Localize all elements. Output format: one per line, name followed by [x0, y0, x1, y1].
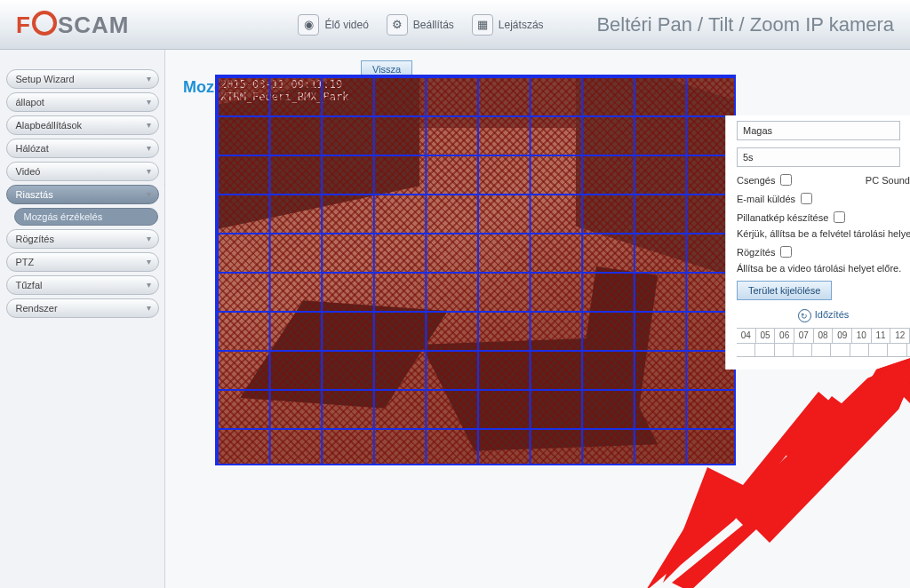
- tab-playback-label: Lejátszás: [499, 19, 544, 31]
- schedule-heading: ↻ Időzítés: [737, 309, 910, 322]
- sidebar-item-status[interactable]: állapot: [6, 92, 159, 112]
- hour-10[interactable]: 10: [852, 329, 872, 344]
- calendar-icon: ▦: [472, 14, 493, 36]
- schedule-label: Időzítés: [815, 309, 850, 322]
- sidebar-item-alarm[interactable]: Riasztás: [6, 185, 159, 204]
- tab-playback[interactable]: ▦ Lejátszás: [472, 14, 544, 36]
- hour-09[interactable]: 09: [833, 329, 852, 344]
- sidebar-item-video[interactable]: Videó: [6, 162, 159, 181]
- gear-icon: ⚙: [387, 14, 408, 36]
- hour-12[interactable]: 12: [890, 329, 910, 344]
- content-area: Mozg Vissza 2015-03-11 09:11:19 XTRM_Fed…: [165, 50, 910, 588]
- main-tabs: ◉ Élő videó ⚙ Beállítás ▦ Lejátszás: [298, 14, 543, 36]
- hour-08[interactable]: 08: [814, 329, 834, 344]
- ring-checkbox[interactable]: [780, 174, 792, 186]
- snapshot-checkbox[interactable]: [834, 211, 845, 223]
- hour-07[interactable]: 07: [794, 329, 814, 344]
- camera-icon: ◉: [298, 14, 319, 36]
- sidebar-item-setup-wizard[interactable]: Setup Wizard: [6, 69, 159, 89]
- sensitivity-select[interactable]: Magas: [737, 121, 900, 140]
- sidebar-item-ptz[interactable]: PTZ: [6, 252, 159, 272]
- email-label: E-mail küldés: [737, 194, 795, 204]
- sidebar-item-record[interactable]: Rögzítés: [6, 229, 159, 249]
- logo: FSCAM: [16, 11, 129, 39]
- sidebar-item-system[interactable]: Rendszer: [6, 298, 159, 318]
- hour-06[interactable]: 06: [775, 329, 794, 344]
- sidebar-item-basic[interactable]: Alapbeállítások: [6, 115, 159, 135]
- camera-title: Beltéri Pan / Tilt / Zoom IP kamera: [596, 13, 894, 36]
- tab-settings[interactable]: ⚙ Beállítás: [387, 14, 454, 36]
- logo-text-scam: SCAM: [58, 12, 130, 38]
- detection-grid: [215, 75, 736, 465]
- refresh-icon[interactable]: ↻: [798, 309, 811, 322]
- sidebar-item-network[interactable]: Hálózat: [6, 139, 159, 158]
- motion-area-editor[interactable]: 2015-03-11 09:11:19 XTRM_Federi_BMX_Park: [215, 75, 736, 465]
- sidebar: Setup Wizard állapot Alapbeállítások Hál…: [0, 50, 165, 588]
- logo-letter-f: F: [16, 12, 31, 38]
- record-checkbox[interactable]: [780, 246, 792, 258]
- select-area-button[interactable]: Terület kijelölése: [737, 281, 832, 300]
- logo-o-icon: [32, 11, 57, 36]
- hour-05[interactable]: 05: [756, 329, 776, 344]
- record-label: Rögzítés: [737, 247, 775, 258]
- interval-select[interactable]: 5s: [737, 147, 900, 167]
- tab-live-label: Élő videó: [324, 19, 368, 31]
- hour-04[interactable]: 04: [737, 329, 756, 344]
- sidebar-subitem-motion[interactable]: Mozgás érzékelés: [14, 208, 158, 226]
- pcsound-label: PC Sound: [866, 175, 910, 186]
- tab-settings-label: Beállítás: [413, 19, 454, 31]
- email-checkbox[interactable]: [801, 193, 812, 204]
- record-hint: Állítsa be a video tárolási helyet előre…: [737, 263, 901, 274]
- schedule-row[interactable]: [737, 344, 910, 357]
- ring-label: Csengés: [737, 175, 775, 186]
- motion-settings-panel: Magas 5s Csengés PC Sound E-mail küldés …: [725, 115, 910, 369]
- snapshot-hint: Kérjük, állítsa be a felvétel tárolási h…: [737, 228, 910, 239]
- top-bar: FSCAM ◉ Élő videó ⚙ Beállítás ▦ Lejátszá…: [0, 0, 910, 50]
- sidebar-item-firewall[interactable]: Tűzfal: [6, 275, 159, 295]
- schedule-hour-header: 04 05 06 07 08 09 10 11 12: [737, 328, 910, 344]
- hour-11[interactable]: 11: [872, 329, 891, 344]
- snapshot-label: Pillanatkép készítése: [737, 212, 828, 223]
- tab-live-video[interactable]: ◉ Élő videó: [298, 14, 368, 36]
